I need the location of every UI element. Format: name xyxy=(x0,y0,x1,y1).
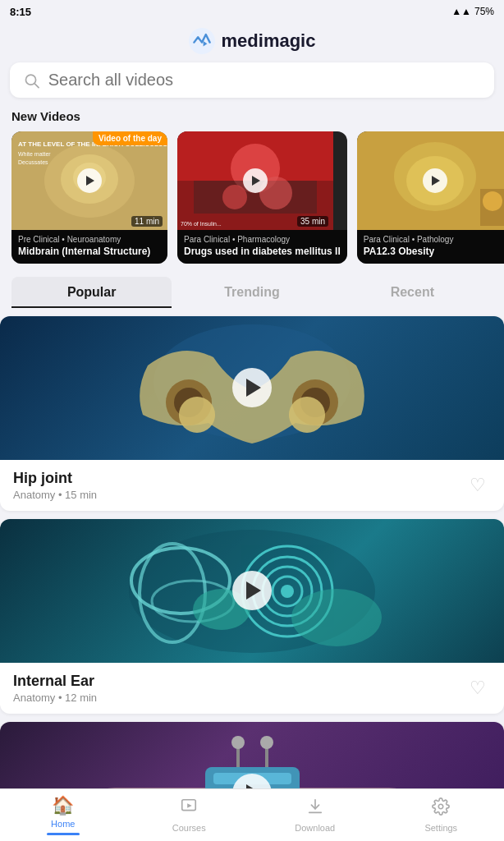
svg-point-48 xyxy=(260,736,273,749)
app-logo xyxy=(189,28,215,54)
svg-point-35 xyxy=(281,585,294,598)
wifi-icon: ▲▲ xyxy=(451,6,471,17)
svg-point-40 xyxy=(291,589,382,646)
nav-download[interactable]: Download xyxy=(252,789,378,841)
video-list: Hip joint Anatomy • 15 min ♡ xyxy=(0,308,504,841)
hip-play-button[interactable] xyxy=(232,368,272,407)
tab-trending[interactable]: Trending xyxy=(172,277,332,308)
nav-courses[interactable]: Courses xyxy=(126,789,253,841)
ear-play-button[interactable] xyxy=(232,571,272,610)
svg-point-15 xyxy=(222,185,247,209)
play-button-3[interactable] xyxy=(423,168,447,193)
card-title-1: Midbrain (Internal Structure) xyxy=(18,246,161,259)
hip-heart-icon: ♡ xyxy=(470,475,486,496)
ear-card-info: Internal Ear Anatomy • 12 min ♡ xyxy=(0,663,504,714)
ear-subtitle: Anatomy • 12 min xyxy=(13,692,97,704)
nav-download-label: Download xyxy=(295,823,335,833)
vod-badge: Video of the day xyxy=(93,131,167,145)
nav-home-label: Home xyxy=(51,819,75,829)
search-icon xyxy=(23,71,40,90)
battery-icon: 75% xyxy=(474,6,494,17)
new-videos-scroll[interactable]: AT THE LEVEL OF THE INFERIOR COLLICULUS … xyxy=(0,131,504,277)
nav-active-indicator xyxy=(47,833,80,835)
app-name: medimagic xyxy=(222,30,316,52)
play-button-2[interactable] xyxy=(243,168,268,193)
svg-point-47 xyxy=(231,736,245,749)
settings-icon xyxy=(432,797,450,820)
nav-settings[interactable]: Settings xyxy=(378,789,505,841)
new-video-card-1[interactable]: AT THE LEVEL OF THE INFERIOR COLLICULUS … xyxy=(11,131,167,264)
new-video-card-3[interactable]: Para Clinical • Pathology PA12.3 Obesity xyxy=(357,131,504,264)
card-category-1: Pre Clinical • Neuroanatomy xyxy=(18,235,161,244)
card-title-2: Drugs used in diabetes mellitus II xyxy=(184,246,341,259)
svg-point-28 xyxy=(179,397,215,433)
new-video-card-2[interactable]: 70% of Insulin... 35 min Para Clinical •… xyxy=(177,131,347,264)
new-videos-label: New Videos xyxy=(0,109,504,131)
play-button-1[interactable] xyxy=(77,168,102,193)
video-list-item-hip[interactable]: Hip joint Anatomy • 15 min ♡ xyxy=(0,316,504,511)
tabs-row: Popular Trending Recent xyxy=(0,277,504,308)
search-input[interactable] xyxy=(48,71,481,90)
status-bar: 8:15 ▲▲ 75% xyxy=(0,0,504,23)
hip-title: Hip joint xyxy=(13,470,97,487)
courses-icon xyxy=(180,797,198,820)
ear-thumb xyxy=(0,519,504,663)
tab-recent[interactable]: Recent xyxy=(332,277,493,308)
nav-home[interactable]: 🏠 Home xyxy=(0,789,126,841)
card-category-3: Para Clinical • Pathology xyxy=(364,235,504,244)
download-icon xyxy=(306,797,324,820)
app-header: medimagic xyxy=(0,23,504,62)
search-bar[interactable] xyxy=(10,62,494,98)
svg-point-63 xyxy=(439,804,444,809)
svg-text:70% of Insulin...: 70% of Insulin... xyxy=(181,221,222,227)
hip-thumb xyxy=(0,316,504,460)
home-icon: 🏠 xyxy=(52,795,74,816)
status-icons: ▲▲ 75% xyxy=(451,6,494,17)
svg-line-3 xyxy=(34,83,39,87)
hip-subtitle: Anatomy • 15 min xyxy=(13,489,97,501)
card-category-2: Para Clinical • Pharmacology xyxy=(184,235,341,244)
nav-courses-label: Courses xyxy=(172,823,206,833)
tab-popular[interactable]: Popular xyxy=(11,277,172,308)
ear-heart-icon: ♡ xyxy=(470,678,486,699)
card-duration-2: 35 min xyxy=(297,216,328,227)
svg-point-29 xyxy=(289,397,325,433)
status-time: 8:15 xyxy=(10,6,31,18)
svg-marker-60 xyxy=(187,803,192,808)
hip-heart-button[interactable]: ♡ xyxy=(465,472,491,499)
hip-card-info: Hip joint Anatomy • 15 min ♡ xyxy=(0,460,504,511)
svg-text:White matter: White matter xyxy=(18,151,51,157)
svg-text:Decussates: Decussates xyxy=(18,159,48,165)
video-list-item-ear[interactable]: Internal Ear Anatomy • 12 min ♡ xyxy=(0,519,504,714)
ear-heart-button[interactable]: ♡ xyxy=(465,675,491,701)
svg-point-22 xyxy=(483,191,502,211)
nav-settings-label: Settings xyxy=(424,823,457,833)
card-title-3: PA12.3 Obesity xyxy=(364,246,504,259)
bottom-nav: 🏠 Home Courses Download S xyxy=(0,788,504,841)
ear-title: Internal Ear xyxy=(13,673,97,690)
card-duration-1: 11 min xyxy=(131,216,163,227)
